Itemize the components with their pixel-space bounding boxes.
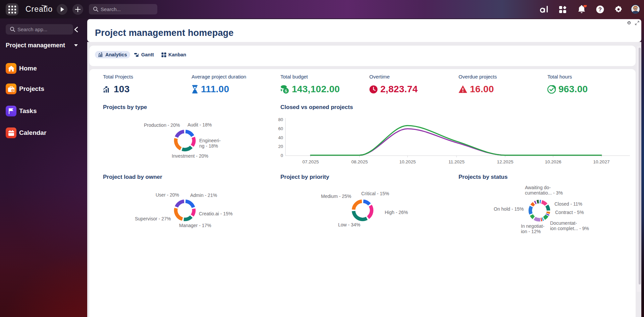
svg-text:10.2026: 10.2026: [545, 159, 561, 164]
svg-text:40: 40: [278, 135, 283, 140]
svg-text:20: 20: [278, 144, 283, 149]
svg-text:10.2025: 10.2025: [399, 159, 416, 164]
svg-text:0: 0: [281, 153, 283, 158]
svg-text:80: 80: [278, 117, 283, 122]
svg-text:60: 60: [278, 126, 283, 131]
svg-text:08.2025: 08.2025: [352, 159, 368, 164]
svg-text:11.2025: 11.2025: [448, 159, 465, 164]
svg-text:10.2027: 10.2027: [593, 159, 610, 164]
svg-text:12.2025: 12.2025: [497, 159, 514, 164]
svg-text:07.2025: 07.2025: [303, 159, 319, 164]
